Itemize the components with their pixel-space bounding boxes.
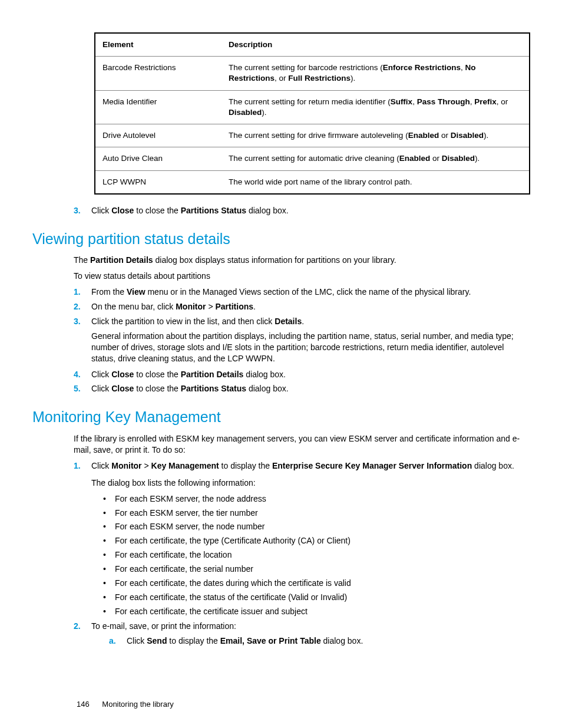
table-row: Media Identifier The current setting for… [95,90,530,124]
elements-table: Element Description Barcode Restrictions… [94,32,530,195]
list-item: 3. Click Close to close the Partitions S… [74,205,524,216]
th-element: Element [95,33,222,57]
paragraph: To view status details about partitions [74,271,524,282]
step-marker: 3. [74,316,81,327]
substep-marker: a. [109,635,116,647]
table-row: Barcode Restrictions The current setting… [95,57,530,90]
bullet-item: For each certificate, the type (Certific… [103,535,524,546]
bullet-item: For each certificate, the serial number [103,564,524,575]
list-item: 3. Click the partition to view in the li… [74,316,524,364]
cell-element: Auto Drive Clean [95,147,222,170]
bullet-item: For each ESKM server, the tier number [103,508,524,519]
paragraph: The Partition Details dialog box display… [74,255,524,266]
bullet-item: For each certificate, the dates during w… [103,578,524,589]
step-marker: 5. [74,383,81,394]
cell-element: Media Identifier [95,90,222,124]
table-row: Auto Drive Clean The current setting for… [95,147,530,170]
list-item: 4. Click Close to close the Partition De… [74,369,524,380]
bullet-item: For each ESKM server, the node address [103,493,524,505]
page-footer: 146 Monitoring the library [77,699,530,710]
section-heading-viewing: Viewing partition status details [32,229,530,249]
list-item: 2. To e-mail, save, or print the informa… [74,621,524,647]
cell-description: The current setting for automatic drive … [222,147,530,170]
step-marker: 2. [74,301,81,312]
step-marker: 3. [74,205,81,216]
list-item: 1. From the View menu or in the Managed … [74,286,524,298]
step-marker: 2. [74,621,81,632]
step-marker: 1. [74,460,81,472]
step-marker: 1. [74,286,81,298]
cell-description: The current setting for drive firmware a… [222,124,530,147]
section-heading-monitoring: Monitoring Key Management [32,407,530,427]
page-number: 146 [77,700,90,709]
list-item: 1. Click Monitor > Key Management to dis… [74,460,524,617]
list-item: 5. Click Close to close the Partitions S… [74,383,524,394]
footer-title: Monitoring the library [102,700,173,709]
bullet-item: For each certificate, the status of the … [103,592,524,603]
cell-element: Drive Autolevel [95,124,222,147]
step-marker: 4. [74,369,81,380]
paragraph: The dialog box lists the following infor… [91,477,524,489]
cell-element: Barcode Restrictions [95,57,222,90]
sublist-item: a. Click Send to display the Email, Save… [109,635,524,647]
cell-description: The world wide port name of the library … [222,170,530,194]
cell-element: LCP WWPN [95,170,222,194]
cell-description: The current setting for return media ide… [222,90,530,124]
table-row: LCP WWPN The world wide port name of the… [95,170,530,194]
bullet-list: For each ESKM server, the node address F… [103,493,524,617]
bullet-item: For each certificate, the location [103,549,524,561]
table-row: Drive Autolevel The current setting for … [95,124,530,147]
th-description: Description [222,33,530,57]
paragraph: General information about the partition … [91,331,524,364]
bullet-item: For each certificate, the certificate is… [103,606,524,617]
paragraph: If the library is enrolled with ESKM key… [74,433,524,456]
cell-description: The current setting for barcode restrict… [222,57,530,90]
list-item: 2. On the menu bar, click Monitor > Part… [74,301,524,312]
bullet-item: For each ESKM server, the node number [103,521,524,532]
